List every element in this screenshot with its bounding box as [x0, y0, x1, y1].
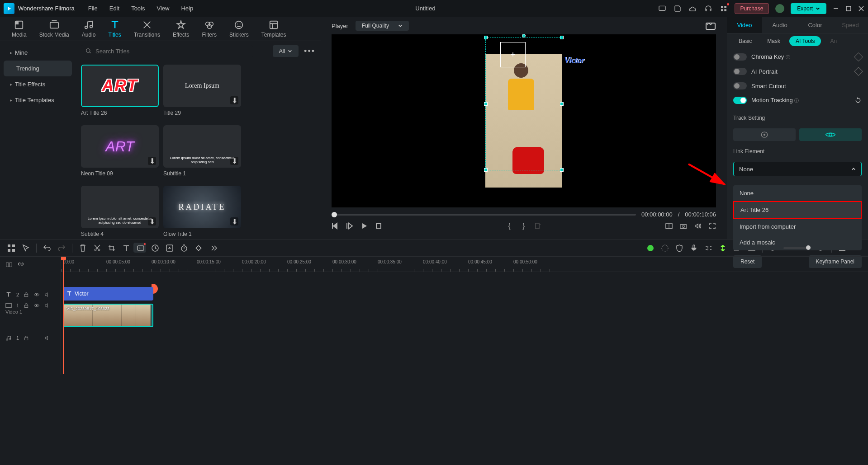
volume-icon[interactable] — [694, 222, 702, 230]
prev-frame-icon[interactable] — [332, 222, 339, 230]
seek-bar[interactable] — [332, 214, 636, 216]
title-track[interactable]: Victor — [61, 286, 868, 302]
search-input[interactable] — [95, 48, 248, 55]
purchase-button[interactable]: Purchase — [735, 3, 769, 14]
mic-icon[interactable] — [690, 244, 698, 252]
title-item-title-29[interactable]: Lorem Ipsum⬇ Title 29 — [163, 65, 241, 116]
sidebar-mine[interactable]: ▸Mine — [4, 45, 72, 61]
menu-edit[interactable]: Edit — [109, 5, 119, 12]
menu-help[interactable]: Help — [181, 5, 193, 12]
playhead[interactable] — [63, 257, 64, 374]
mute-icon[interactable] — [44, 335, 51, 341]
subtab-ai-tools[interactable]: AI Tools — [789, 36, 821, 46]
tab-templates[interactable]: Templates — [255, 17, 293, 41]
crop-icon[interactable] — [108, 244, 116, 252]
smart-cutout-toggle[interactable] — [733, 82, 747, 89]
play-backward-icon[interactable] — [346, 222, 353, 230]
download-icon[interactable]: ⬇ — [230, 157, 238, 165]
filter-dropdown[interactable]: All — [273, 45, 299, 57]
sidebar-title-effects[interactable]: ▸Title Effects — [4, 76, 72, 92]
video-track[interactable]: VID_20230817_103623 — [61, 302, 868, 329]
tracking-target-box[interactable]: + — [500, 42, 526, 67]
download-icon[interactable]: ⬇ — [230, 217, 238, 225]
green-screen-icon[interactable] — [646, 244, 655, 252]
export-button[interactable]: Export — [791, 3, 826, 14]
title-item-glow-title-1[interactable]: RADIATE⬇ Glow Title 1 — [163, 186, 241, 237]
more-tl-icon[interactable] — [209, 244, 217, 252]
grid-icon[interactable] — [7, 244, 15, 252]
minimize-button[interactable] — [833, 5, 839, 12]
lock-icon[interactable] — [24, 303, 29, 308]
record-icon[interactable] — [137, 244, 145, 252]
video-clip[interactable]: VID_20230817_103623 — [63, 304, 153, 327]
title-clip[interactable]: Victor — [63, 287, 153, 301]
track-box-button[interactable] — [733, 128, 796, 141]
save-icon[interactable] — [673, 4, 682, 13]
tab-audio[interactable]: Audio — [76, 17, 102, 41]
cursor-icon[interactable] — [22, 244, 30, 252]
menu-file[interactable]: File — [88, 5, 98, 12]
tab-effects[interactable]: Effects — [166, 17, 195, 41]
redo-icon[interactable] — [57, 244, 66, 252]
tab-stock-media[interactable]: Stock Media — [33, 17, 76, 41]
subtab-mask[interactable]: Mask — [761, 36, 787, 46]
text-tool-icon[interactable] — [122, 244, 130, 252]
timer-icon[interactable] — [180, 244, 188, 252]
marker-icon[interactable] — [719, 244, 727, 252]
audio-mix-icon[interactable] — [704, 244, 712, 252]
tab-speed[interactable]: Speed — [833, 17, 868, 33]
keyframe-tl-icon[interactable] — [194, 244, 203, 252]
title-item-neon-title-09[interactable]: ART⬇ Neon Title 09 — [81, 125, 159, 177]
sidebar-title-templates[interactable]: ▸Title Templates — [4, 92, 72, 108]
speed-icon-tl[interactable] — [151, 244, 159, 252]
download-icon[interactable]: ⬇ — [148, 217, 156, 225]
user-avatar[interactable] — [775, 4, 784, 13]
stop-icon[interactable] — [375, 222, 382, 230]
camera-icon[interactable] — [680, 222, 687, 230]
keyframe-icon[interactable] — [854, 52, 863, 61]
visibility-icon[interactable] — [33, 292, 40, 297]
download-icon[interactable]: ⬇ — [230, 96, 238, 104]
maximize-button[interactable] — [845, 5, 852, 12]
compare-icon[interactable] — [665, 222, 673, 230]
chroma-key-toggle[interactable] — [733, 53, 747, 61]
color-icon-tl[interactable] — [166, 244, 174, 252]
mute-icon[interactable] — [44, 303, 51, 308]
dropdown-option-none[interactable]: None — [733, 185, 862, 201]
headset-icon[interactable] — [704, 4, 713, 13]
tab-stickers[interactable]: Stickers — [223, 17, 255, 41]
visibility-icon[interactable] — [33, 303, 40, 308]
tab-audio-right[interactable]: Audio — [762, 17, 797, 33]
title-item-art-title-26[interactable]: ART Art Title 26 — [81, 65, 159, 116]
keyframe-icon[interactable] — [854, 67, 863, 76]
title-item-subtitle-4[interactable]: Lorem ipsum dolor sit amet, consectetur … — [81, 186, 159, 237]
audio-track[interactable] — [61, 329, 868, 345]
zoom-slider[interactable] — [783, 247, 811, 249]
apps-icon[interactable] — [719, 4, 728, 13]
tab-color[interactable]: Color — [797, 17, 833, 33]
tab-transitions[interactable]: Transitions — [128, 17, 166, 41]
ai-portrait-toggle[interactable] — [733, 68, 747, 75]
mark-in-icon[interactable]: { — [506, 222, 513, 230]
adjust-icon[interactable] — [661, 244, 669, 252]
lock-icon[interactable] — [24, 335, 29, 341]
lock-icon[interactable] — [24, 292, 29, 297]
title-item-subtitle-1[interactable]: Lorem ipsum dolor sit amet, consectetur … — [163, 125, 241, 177]
dropdown-option-import[interactable]: Import from computer — [733, 219, 862, 235]
link-element-select[interactable]: None — [733, 162, 862, 176]
track-eye-button[interactable] — [799, 128, 862, 141]
cloud-icon[interactable] — [688, 4, 697, 13]
mark-out-icon[interactable]: } — [520, 222, 527, 230]
sidebar-trending[interactable]: Trending — [4, 61, 72, 76]
tab-filters[interactable]: Filters — [195, 17, 223, 41]
subtab-basic[interactable]: Basic — [732, 36, 758, 46]
reset-icon[interactable] — [854, 97, 862, 104]
quality-dropdown[interactable]: Full Quality — [356, 21, 409, 31]
cut-icon[interactable] — [93, 244, 101, 252]
more-icon[interactable]: ••• — [304, 47, 315, 56]
screen-icon[interactable] — [658, 4, 667, 13]
motion-tracking-toggle[interactable] — [733, 97, 747, 104]
menu-tools[interactable]: Tools — [131, 5, 145, 12]
tab-titles[interactable]: Titles — [102, 17, 127, 41]
shield-icon[interactable] — [675, 244, 683, 252]
